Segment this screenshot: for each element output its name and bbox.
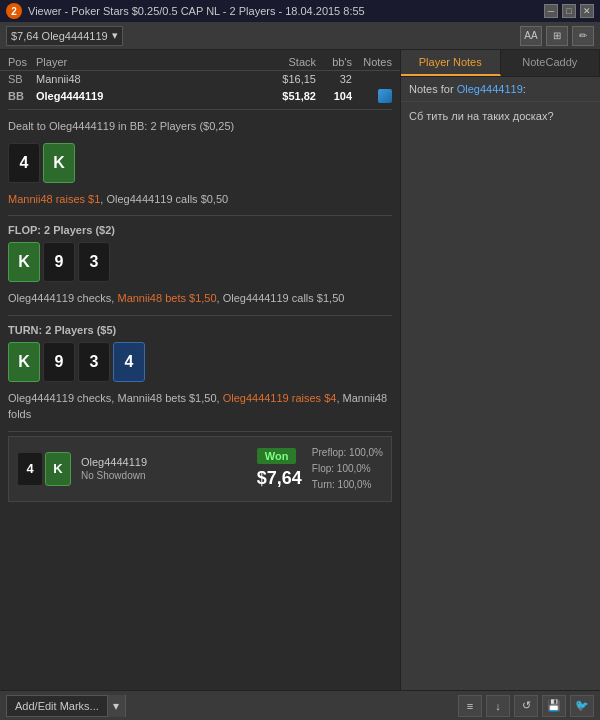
col-header-bbs: bb's xyxy=(316,56,352,68)
win-flop-stat: Flop: 100,0% xyxy=(312,461,383,477)
share-button[interactable]: 🐦 xyxy=(570,695,594,717)
notes-oleg xyxy=(352,89,392,103)
pos-sb: SB xyxy=(8,73,36,85)
toolbar: $7,64 Oleg4444119 ▾ AA ⊞ ✏ xyxy=(0,22,600,50)
list-view-button[interactable]: ≡ xyxy=(458,695,482,717)
maximize-button[interactable]: □ xyxy=(562,4,576,18)
won-card-k: K xyxy=(45,452,71,486)
won-showdown: No Showdown xyxy=(81,470,247,481)
stack-mannii48: $16,15 xyxy=(246,73,316,85)
title-bar-left: 2 Viewer - Poker Stars $0.25/0.5 CAP NL … xyxy=(6,3,365,19)
flop-action: Oleg4444119 checks, Mannii48 bets $1,50,… xyxy=(0,286,400,311)
flop-action-orange: Mannii48 bets $1,50 xyxy=(117,292,216,304)
close-button[interactable]: ✕ xyxy=(580,4,594,18)
col-header-notes: Notes xyxy=(352,56,392,68)
flop-card-3: 3 xyxy=(78,242,110,282)
stack-oleg: $51,82 xyxy=(246,90,316,102)
divider-1 xyxy=(8,109,392,110)
turn-cards: K 9 3 4 xyxy=(0,338,400,386)
won-amount-section: Won $7,64 xyxy=(257,448,302,489)
divider-3 xyxy=(8,315,392,316)
card-4: 4 xyxy=(8,143,40,183)
right-panel: Player Notes NoteCaddy Notes for Oleg444… xyxy=(400,50,600,690)
turn-card-3: 3 xyxy=(78,342,110,382)
won-card-4: 4 xyxy=(17,452,43,486)
col-header-player: Player xyxy=(36,56,246,68)
win-turn-stat: Turn: 100,0% xyxy=(312,477,383,493)
bbs-oleg: 104 xyxy=(316,90,352,102)
hand-selector-label: $7,64 Oleg4444119 xyxy=(11,30,108,42)
column-headers: Pos Player Stack bb's Notes xyxy=(0,54,400,71)
dealt-text: Dealt to Oleg4444119 in BB: 2 Players ($… xyxy=(0,114,400,139)
win-stats: Preflop: 100,0% Flop: 100,0% Turn: 100,0… xyxy=(312,445,383,493)
won-badge: Won xyxy=(257,448,297,464)
bottom-bar: Add/Edit Marks... ▾ ≡ ↓ ↺ 💾 🐦 xyxy=(0,690,600,720)
refresh-button[interactable]: ↺ xyxy=(514,695,538,717)
flop-cards: K 9 3 xyxy=(0,238,400,286)
card-k: K xyxy=(43,143,75,183)
divider-4 xyxy=(8,431,392,432)
add-marks-button[interactable]: Add/Edit Marks... xyxy=(7,696,107,716)
tab-player-notes[interactable]: Player Notes xyxy=(401,50,501,76)
add-marks-dropdown[interactable]: Add/Edit Marks... ▾ xyxy=(6,695,126,717)
divider-2 xyxy=(8,215,392,216)
win-preflop-stat: Preflop: 100,0% xyxy=(312,445,383,461)
pos-bb: BB xyxy=(8,90,36,102)
notes-header: Notes for Oleg4444119: xyxy=(401,77,600,102)
title-bar: 2 Viewer - Poker Stars $0.25/0.5 CAP NL … xyxy=(0,0,600,22)
player-row-bb: BB Oleg4444119 $51,82 104 xyxy=(0,87,400,105)
flop-card-9: 9 xyxy=(43,242,75,282)
notes-icon-oleg xyxy=(378,89,392,103)
turn-card-k: K xyxy=(8,342,40,382)
preflop-cards: 4 K xyxy=(0,139,400,187)
dropdown-arrow-icon: ▾ xyxy=(112,29,118,42)
turn-header: TURN: 2 Players ($5) xyxy=(0,320,400,338)
player-row-sb: SB Mannii48 $16,15 32 xyxy=(0,71,400,87)
app-icon: 2 xyxy=(6,3,22,19)
hand-history-panel: Pos Player Stack bb's Notes SB Mannii48 … xyxy=(0,50,400,690)
add-marks-arrow[interactable]: ▾ xyxy=(107,695,125,717)
turn-card-9: 9 xyxy=(43,342,75,382)
flop-header: FLOP: 2 Players ($2) xyxy=(0,220,400,238)
player-name-oleg: Oleg4444119 xyxy=(36,90,246,102)
turn-card-4: 4 xyxy=(113,342,145,382)
won-amount: $7,64 xyxy=(257,468,302,489)
flop-card-k: K xyxy=(8,242,40,282)
bbs-mannii48: 32 xyxy=(316,73,352,85)
col-header-stack: Stack xyxy=(246,56,316,68)
main-layout: Pos Player Stack bb's Notes SB Mannii48 … xyxy=(0,50,600,690)
player-name-mannii48: Mannii48 xyxy=(36,73,246,85)
won-section: 4 K Oleg4444119 No Showdown Won $7,64 Pr… xyxy=(8,436,392,502)
col-header-pos: Pos xyxy=(8,56,36,68)
turn-action-orange: Oleg4444119 raises $4 xyxy=(223,392,337,404)
hand-selector[interactable]: $7,64 Oleg4444119 ▾ xyxy=(6,26,123,46)
won-player-info: Oleg4444119 No Showdown xyxy=(81,456,247,481)
notes-content: Сб тить ли на таких досках? xyxy=(401,102,600,690)
preflop-action: Mannii48 raises $1, Oleg4444119 calls $0… xyxy=(0,187,400,212)
window-title: Viewer - Poker Stars $0.25/0.5 CAP NL - … xyxy=(28,5,365,17)
edit-button[interactable]: ✏ xyxy=(572,26,594,46)
save-button[interactable]: 💾 xyxy=(542,695,566,717)
tab-notecaddy[interactable]: NoteCaddy xyxy=(501,50,601,76)
preflop-action-orange: Mannii48 raises $1 xyxy=(8,193,100,205)
tabs-row: Player Notes NoteCaddy xyxy=(401,50,600,77)
window-controls[interactable]: ─ □ ✕ xyxy=(544,4,594,18)
won-player-name: Oleg4444119 xyxy=(81,456,247,468)
download-button[interactable]: ↓ xyxy=(486,695,510,717)
won-card-icons: 4 K xyxy=(17,452,71,486)
minimize-button[interactable]: ─ xyxy=(544,4,558,18)
font-size-button[interactable]: AA xyxy=(520,26,542,46)
turn-action: Oleg4444119 checks, Mannii48 bets $1,50,… xyxy=(0,386,400,427)
grid-view-button[interactable]: ⊞ xyxy=(546,26,568,46)
notes-player-link[interactable]: Oleg4444119 xyxy=(457,83,523,95)
